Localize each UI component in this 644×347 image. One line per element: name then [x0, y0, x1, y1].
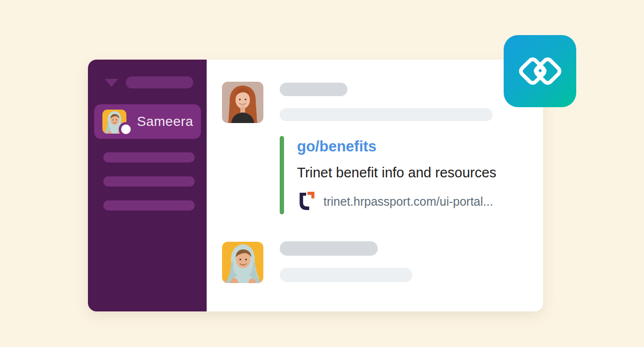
sidebar-item-sameera[interactable]: Sameera [94, 104, 201, 139]
golinks-logo-icon [515, 46, 565, 96]
channel-placeholder [103, 152, 195, 162]
online-status-dot [119, 122, 133, 136]
channel-placeholder [103, 200, 195, 211]
preview-accent-bar [280, 136, 284, 214]
golinks-app-icon [504, 35, 576, 107]
chevron-down-icon [105, 79, 118, 87]
message-text-placeholder [280, 108, 493, 121]
sameera-avatar-large [222, 242, 263, 283]
channel-placeholder [103, 176, 195, 186]
preview-source-row[interactable]: trinet.hrpassport.com/ui-portal... [297, 191, 493, 212]
sidebar-user-name: Sameera [137, 104, 193, 139]
username-placeholder [280, 241, 378, 256]
username-placeholder [280, 83, 347, 96]
trinet-logo-icon [297, 191, 315, 212]
slack-window: Sameera go/benefits Trinet benefit info … [88, 60, 543, 311]
page-background: Sameera go/benefits Trinet benefit info … [0, 0, 644, 347]
workspace-name-placeholder [126, 76, 193, 88]
preview-url[interactable]: trinet.hrpassport.com/ui-portal... [323, 195, 493, 209]
golink-link[interactable]: go/benefits [297, 138, 376, 155]
message-text-placeholder [280, 268, 412, 282]
sidebar: Sameera [88, 60, 207, 311]
preview-title: Trinet benefit info and resources [297, 165, 496, 181]
redhead-avatar [222, 82, 263, 123]
chat-area: go/benefits Trinet benefit info and reso… [207, 60, 543, 311]
